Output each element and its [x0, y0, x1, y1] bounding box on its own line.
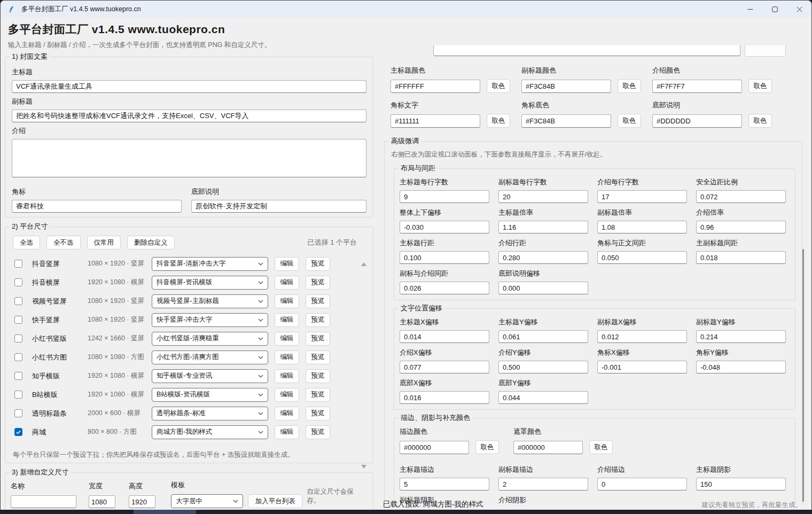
platform-checkbox[interactable] [14, 316, 22, 324]
edit-button[interactable]: 编辑 [275, 425, 299, 439]
preset-dropdown[interactable]: B站横版-资讯横版 [152, 388, 268, 402]
param-input[interactable] [498, 282, 588, 294]
color-hex-input[interactable] [400, 441, 469, 454]
intro-textarea[interactable] [12, 139, 366, 177]
pick-color-button[interactable]: 取色 [589, 440, 613, 454]
param-input[interactable] [498, 391, 588, 404]
preview-button[interactable]: 预览 [306, 257, 330, 271]
param-input[interactable] [498, 330, 588, 343]
preset-dropdown[interactable]: 抖音横屏-资讯横版 [152, 276, 268, 290]
edit-button[interactable]: 编辑 [275, 276, 299, 290]
preview-button[interactable]: 预览 [306, 388, 330, 402]
delete-custom-button[interactable]: 删除自定义 [127, 236, 175, 250]
preset-dropdown[interactable]: 小红书竖版-清爽稳重 [152, 332, 268, 346]
platform-checkbox[interactable] [14, 409, 22, 417]
preview-button[interactable]: 预览 [306, 425, 330, 439]
param-input[interactable] [400, 330, 489, 343]
edit-button[interactable]: 编辑 [275, 313, 299, 327]
select-all-button[interactable]: 全选 [13, 236, 40, 250]
platform-checkbox[interactable] [14, 278, 22, 286]
color-hex-input[interactable] [652, 114, 742, 128]
preview-button[interactable]: 预览 [306, 313, 330, 327]
preview-button[interactable]: 预览 [306, 294, 330, 308]
param-input[interactable] [696, 478, 786, 490]
clipped-input[interactable] [433, 45, 740, 56]
custom-width-input[interactable] [89, 495, 115, 508]
param-input[interactable] [597, 221, 687, 233]
maximize-button[interactable] [762, 1, 787, 18]
preset-dropdown[interactable]: 透明标题条-标准 [152, 407, 268, 420]
param-input[interactable] [696, 190, 786, 203]
color-hex-input[interactable] [513, 441, 583, 454]
preview-button[interactable]: 预览 [306, 407, 330, 420]
param-input[interactable] [400, 251, 489, 264]
preset-dropdown[interactable]: 快手竖屏-冲击大字 [152, 313, 268, 327]
param-input[interactable] [498, 361, 588, 373]
common-only-button[interactable]: 仅常用 [87, 236, 121, 250]
badge-input[interactable] [12, 200, 182, 213]
edit-button[interactable]: 编辑 [275, 388, 299, 402]
param-input[interactable] [597, 330, 687, 343]
edit-button[interactable]: 编辑 [275, 257, 299, 271]
param-input[interactable] [400, 221, 489, 233]
subtitle-input[interactable] [12, 110, 366, 122]
preset-dropdown[interactable]: 知乎横版-专业资讯 [152, 369, 268, 383]
platform-checkbox[interactable] [14, 391, 22, 399]
color-hex-input[interactable] [521, 114, 611, 128]
pick-color-button[interactable]: 取色 [618, 79, 641, 93]
param-input[interactable] [498, 221, 588, 233]
scroll-up-arrow-icon[interactable] [361, 262, 366, 266]
param-input[interactable] [498, 478, 588, 490]
preview-button[interactable]: 预览 [306, 332, 330, 346]
param-input[interactable] [597, 190, 687, 203]
color-hex-input[interactable] [391, 80, 480, 93]
minimize-button[interactable] [738, 1, 762, 18]
footer-note-input[interactable] [191, 200, 366, 213]
pick-color-button[interactable]: 取色 [748, 114, 772, 128]
param-input[interactable] [597, 251, 687, 264]
right-scrollbar-thumb[interactable] [802, 249, 804, 502]
param-input[interactable] [400, 190, 489, 203]
main-title-input[interactable] [12, 80, 366, 93]
preset-dropdown[interactable]: 抖音竖屏-清新冲击大字 [152, 257, 268, 271]
color-hex-input[interactable] [521, 80, 611, 93]
preview-button[interactable]: 预览 [306, 276, 330, 290]
param-input[interactable] [498, 251, 588, 264]
platform-checkbox[interactable] [14, 297, 22, 305]
param-input[interactable] [597, 361, 687, 373]
edit-button[interactable]: 编辑 [275, 294, 299, 308]
param-input[interactable] [696, 361, 786, 373]
edit-button[interactable]: 编辑 [275, 332, 299, 346]
preview-button[interactable]: 预览 [306, 351, 330, 364]
add-platform-button[interactable]: 加入平台列表 [248, 494, 302, 508]
close-button[interactable] [787, 1, 811, 18]
param-input[interactable] [400, 282, 489, 294]
param-input[interactable] [498, 190, 588, 203]
color-hex-input[interactable] [391, 114, 480, 128]
edit-button[interactable]: 编辑 [275, 407, 299, 420]
preview-button[interactable]: 预览 [306, 369, 330, 383]
clipped-button[interactable] [745, 45, 786, 57]
custom-height-input[interactable] [129, 495, 155, 508]
param-input[interactable] [400, 391, 489, 404]
pick-color-button[interactable]: 取色 [487, 79, 510, 93]
preset-dropdown[interactable]: 小红书方图-清爽方图 [152, 351, 268, 364]
edit-button[interactable]: 编辑 [275, 369, 299, 383]
param-input[interactable] [597, 478, 687, 490]
platform-checkbox[interactable] [14, 372, 22, 380]
param-input[interactable] [696, 221, 786, 233]
preset-dropdown[interactable]: 商城方图-我的样式 [152, 425, 268, 439]
pick-color-button[interactable]: 取色 [475, 440, 499, 454]
param-input[interactable] [696, 330, 786, 343]
pick-color-button[interactable]: 取色 [618, 114, 641, 128]
platform-checkbox[interactable] [14, 353, 22, 361]
pick-color-button[interactable]: 取色 [487, 114, 510, 128]
pick-color-button[interactable]: 取色 [748, 79, 772, 93]
select-none-button[interactable]: 全不选 [46, 236, 81, 250]
platform-checkbox[interactable] [14, 334, 22, 342]
param-input[interactable] [696, 251, 786, 264]
color-hex-input[interactable] [652, 80, 742, 93]
custom-template-dropdown[interactable]: 大字居中 [171, 494, 243, 508]
platform-checkbox[interactable] [14, 260, 22, 268]
custom-name-input[interactable] [11, 495, 76, 508]
